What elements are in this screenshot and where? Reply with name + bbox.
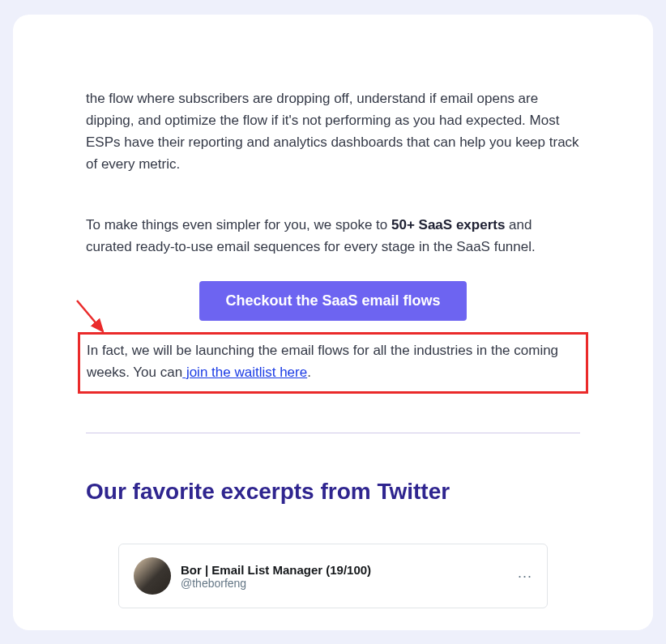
highlighted-callout: In fact, we will be launching the email … [78,332,588,394]
paragraph-2-pre: To make things even simpler for you, we … [86,217,391,232]
section-divider [86,433,580,433]
twitter-section-heading: Our favorite excerpts from Twitter [86,479,580,505]
tweet-author-handle: @theborfeng [181,577,371,590]
highlight-text: In fact, we will be launching the email … [87,339,579,383]
paragraph-1: the flow where subscribers are dropping … [86,87,580,176]
tweet-more-icon[interactable]: ··· [518,568,532,585]
tweet-header: Bor | Email List Manager (19/100) @thebo… [134,557,371,595]
document-card: the flow where subscribers are dropping … [13,15,653,630]
checkout-flows-button[interactable]: Checkout the SaaS email flows [199,281,466,321]
paragraph-2-bold: 50+ SaaS experts [391,217,505,232]
highlight-pre: In fact, we will be launching the email … [87,343,558,380]
avatar [134,557,171,595]
tweet-author-name: Bor | Email List Manager (19/100) [181,563,371,577]
cta-container: Checkout the SaaS email flows [86,281,580,321]
tweet-meta: Bor | Email List Manager (19/100) @thebo… [181,563,371,590]
paragraph-2: To make things even simpler for you, we … [86,214,580,258]
tweet-card: Bor | Email List Manager (19/100) @thebo… [118,544,548,608]
join-waitlist-link[interactable]: join the waitlist here [182,365,307,380]
document-inner: the flow where subscribers are dropping … [37,55,629,630]
highlight-post: . [307,365,311,380]
